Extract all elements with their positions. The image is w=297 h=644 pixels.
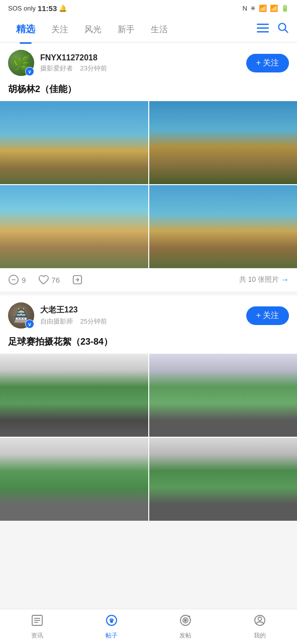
avatar-2[interactable]: v [8,302,34,329]
bottom-nav-posts[interactable]: 帖子 [94,610,129,643]
nav-icons [257,22,289,37]
svg-point-13 [111,620,113,622]
post-image-1-1[interactable] [0,101,148,184]
svg-point-3 [279,24,286,31]
post-card-2: v 大老王123 自由摄影师 25分钟前 + 关注 足球赛拍摄花絮（23-84） [0,295,297,521]
comment-count-1: 9 [22,276,26,284]
user-info-1: FNYX11272018 摄影爱好者 23分钟前 [40,53,246,73]
post-image-2-4[interactable] [149,438,298,521]
post-header-2: v 大老王123 自由摄影师 25分钟前 + 关注 [0,295,297,336]
tab-selected[interactable]: 精选 [8,16,43,43]
image-grid-2 [0,354,297,521]
publish-icon [178,613,192,629]
post-title-1: 胡杨林2（佳能） [0,83,297,101]
svg-rect-0 [257,24,269,25]
avatar-1[interactable]: v [8,50,34,76]
comment-icon-1 [8,274,19,285]
follow-plus-icon-1: + [256,58,261,67]
tab-life[interactable]: 生活 [143,17,176,42]
bluetooth-icon: ✳ [250,5,256,12]
news-icon [30,613,44,629]
nfc-icon: N [243,5,247,12]
news-label: 资讯 [31,631,43,640]
battery-icon: 🔋 [281,5,289,12]
posts-label: 帖子 [106,631,118,640]
post-image-1-3[interactable] [0,185,148,268]
status-time: 11:53 [38,4,57,13]
like-action-1[interactable]: 76 [38,274,60,285]
tab-scenery[interactable]: 风光 [76,17,110,42]
nav-bar: 精选 关注 风光 新手 生活 [0,17,297,43]
follow-button-1[interactable]: + 关注 [246,54,289,72]
like-icon-1 [38,274,49,285]
tab-newbie[interactable]: 新手 [110,17,143,42]
sos-label: SOS only [8,5,36,12]
post-image-1-4[interactable] [149,185,298,268]
follow-label-1: 关注 [263,58,279,68]
comment-action-1[interactable]: 9 [8,274,26,285]
signal-icon: 📶 [259,5,267,12]
usertype-2: 自由摄影师 [40,317,73,325]
status-left: SOS only 11:53 🔔 [8,4,67,13]
bottom-nav-me[interactable]: 我的 [243,610,277,643]
like-count-1: 76 [51,276,60,284]
post-image-2-3[interactable] [0,438,148,521]
post-title-2: 足球赛拍摄花絮（23-84） [0,336,297,354]
bell-icon: 🔔 [59,5,67,12]
verified-badge-1: v [25,67,34,76]
post-image-1-2[interactable] [149,101,298,184]
nav-tabs: 精选 关注 风光 新手 生活 [8,16,257,43]
bottom-nav-news[interactable]: 资讯 [20,610,54,643]
publish-label: 发帖 [179,631,191,640]
post-card-1: v FNYX11272018 摄影爱好者 23分钟前 + 关注 胡杨林2（佳能） [0,43,297,291]
follow-button-2[interactable]: + 关注 [246,306,289,325]
photo-count-1[interactable]: 共 10 张照片 → [239,275,289,284]
usertype-1: 摄影爱好者 [40,64,73,72]
posts-icon [105,613,119,629]
post-header-1: v FNYX11272018 摄影爱好者 23分钟前 + 关注 [0,43,297,83]
svg-point-19 [258,617,262,621]
svg-rect-2 [257,31,269,33]
status-bar: SOS only 11:53 🔔 N ✳ 📶 📶 🔋 [0,0,297,17]
post-footer-1: 9 76 共 10 张照片 → [0,268,297,291]
post-image-2-2[interactable] [149,354,298,437]
verified-badge-2: v [25,319,34,329]
image-grid-1 [0,101,297,268]
photo-count-text-1: 共 10 张照片 [239,275,279,284]
username-1[interactable]: FNYX11272018 [40,53,246,62]
status-right: N ✳ 📶 📶 🔋 [243,5,289,12]
menu-icon[interactable] [257,23,269,36]
bottom-nav-publish[interactable]: 发帖 [168,610,203,643]
follow-label-2: 关注 [263,310,279,321]
svg-point-16 [184,619,186,621]
user-meta-2: 自由摄影师 25分钟前 [40,317,246,326]
wifi-icon: 📶 [270,5,278,12]
svg-line-4 [285,30,288,33]
tab-follow[interactable]: 关注 [43,17,76,42]
search-icon[interactable] [277,22,289,37]
follow-plus-icon-2: + [256,311,261,320]
arrow-icon-1: → [281,275,289,284]
bottom-nav: 资讯 帖子 发帖 [0,609,297,644]
username-2[interactable]: 大老王123 [40,305,246,315]
timeago-2: 25分钟前 [80,317,107,325]
share-action-1[interactable] [72,274,83,285]
share-icon-1 [72,274,83,285]
me-label: 我的 [254,631,266,640]
me-icon [253,613,267,629]
timeago-1: 23分钟前 [80,64,107,72]
svg-rect-1 [257,28,269,29]
post-image-2-1[interactable] [0,354,148,437]
user-info-2: 大老王123 自由摄影师 25分钟前 [40,305,246,326]
user-meta-1: 摄影爱好者 23分钟前 [40,64,246,73]
